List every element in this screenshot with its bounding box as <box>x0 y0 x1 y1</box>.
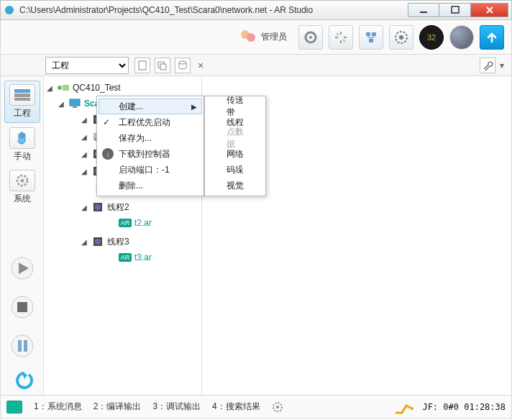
submenu-pointdata: 点数据 <box>206 130 264 146</box>
sub-btn-2[interactable] <box>155 58 170 73</box>
ar-file-icon: AR <box>119 252 132 263</box>
pause-button[interactable] <box>8 332 37 360</box>
menu-create[interactable]: 创建...▶ <box>99 99 202 114</box>
svg-rect-36 <box>63 85 69 91</box>
sub-toolbar: 工程 × ▾ <box>0 55 512 76</box>
svg-point-49 <box>95 204 101 210</box>
admin-indicator[interactable]: 管理员 <box>238 27 287 47</box>
download-icon: ↓ <box>102 148 114 160</box>
tools-button[interactable] <box>480 58 495 73</box>
menu-download[interactable]: ↓下载到控制器 <box>99 146 202 162</box>
cube-icon <box>91 236 104 247</box>
network-icon <box>364 30 378 45</box>
minimize-button[interactable] <box>408 3 439 17</box>
play-button[interactable] <box>8 254 37 283</box>
db-icon <box>178 60 188 70</box>
project-icon <box>9 84 35 106</box>
svg-point-6 <box>309 36 312 39</box>
dropdown-arrow-icon[interactable]: ▾ <box>500 60 504 70</box>
menu-delete[interactable]: 删除... <box>99 178 202 193</box>
settings-gear-button[interactable] <box>298 25 323 50</box>
status-tab-3[interactable]: 3：调试输出 <box>152 401 201 413</box>
tree-thread3[interactable]: 线程3 <box>107 236 129 248</box>
svg-point-53 <box>276 406 279 408</box>
expand-icon[interactable]: ◢ <box>80 203 88 211</box>
loading-button[interactable] <box>329 25 353 50</box>
expand-icon[interactable]: ◢ <box>80 150 88 158</box>
svg-line-11 <box>337 33 339 35</box>
expand-icon[interactable]: ◢ <box>80 167 88 175</box>
svg-rect-24 <box>14 98 30 101</box>
gear-icon <box>9 170 35 191</box>
status-tab-1[interactable]: 1：系统消息 <box>34 401 82 413</box>
status-bar: 1：系统消息 2：编译输出 3：调试输出 4：搜索结果 JF: 0#0 01:2… <box>0 396 512 419</box>
svg-rect-14 <box>372 32 376 36</box>
back-button[interactable] <box>8 370 37 391</box>
expand-icon[interactable]: ◢ <box>45 83 54 92</box>
sub-btn-3[interactable] <box>175 58 191 73</box>
sidebar-item-system[interactable]: 系统 <box>4 167 40 208</box>
project-node-icon <box>57 82 70 93</box>
submenu-pallet[interactable]: 码垛 <box>206 162 264 178</box>
svg-rect-32 <box>18 340 22 352</box>
svg-rect-38 <box>73 106 77 108</box>
counter-value: 32 <box>427 33 436 42</box>
sub-btn-1[interactable] <box>134 58 150 73</box>
counter-button[interactable]: 32 <box>419 25 444 50</box>
svg-point-51 <box>95 239 101 245</box>
upload-button[interactable] <box>480 25 504 50</box>
svg-rect-20 <box>160 64 166 70</box>
cube-icon <box>91 201 104 213</box>
svg-rect-2 <box>452 6 459 13</box>
svg-rect-22 <box>14 89 30 93</box>
stop-button[interactable] <box>8 293 37 321</box>
orb-button[interactable] <box>449 25 474 50</box>
sidebar-label: 工程 <box>14 107 31 119</box>
check-icon: ✓ <box>103 117 110 127</box>
users-icon <box>238 27 258 47</box>
stack-icon <box>157 60 168 70</box>
status-tab-4[interactable]: 4：搜索结果 <box>212 401 260 413</box>
tree-file[interactable]: t2.ar <box>134 218 152 228</box>
status-gear-icon[interactable] <box>272 401 283 413</box>
view-combo[interactable]: 工程 <box>45 57 129 74</box>
expand-icon[interactable]: ◢ <box>80 132 88 141</box>
menu-port[interactable]: 启动端口：-1 <box>99 162 202 178</box>
maximize-button[interactable] <box>439 3 471 17</box>
svg-rect-23 <box>14 93 30 97</box>
status-tab-2[interactable]: 2：编译输出 <box>93 401 142 413</box>
tree-thread2[interactable]: 线程2 <box>107 201 129 214</box>
menu-save-as[interactable]: 保存为... <box>99 130 202 146</box>
expand-icon[interactable]: ◢ <box>80 115 88 124</box>
tree-root[interactable]: QC410_Test <box>73 83 121 93</box>
hand-icon <box>9 127 35 149</box>
submenu-conveyor[interactable]: 传送带 <box>206 99 264 114</box>
expand-icon[interactable]: ◢ <box>57 99 65 108</box>
network-button[interactable] <box>359 25 383 50</box>
admin-label: 管理员 <box>261 31 287 43</box>
expand-icon[interactable]: ◢ <box>80 237 88 246</box>
sub-close-button[interactable]: × <box>198 60 204 71</box>
submenu-network[interactable]: 网络 <box>206 146 264 162</box>
submenu-vision[interactable]: 视觉 <box>206 178 264 193</box>
status-jf: JF: 0#0 01:28:38 <box>422 402 506 412</box>
svg-point-21 <box>179 61 186 64</box>
svg-point-31 <box>12 335 33 357</box>
app-icon <box>4 4 15 16</box>
monitor-icon[interactable] <box>6 401 22 414</box>
robot-arm-icon <box>395 400 415 414</box>
ar-file-icon: AR <box>119 217 132 229</box>
config-gear-button[interactable] <box>389 25 413 50</box>
svg-point-4 <box>247 33 255 42</box>
close-button[interactable] <box>471 3 508 17</box>
menu-priority-boot[interactable]: ✓工程优先启动 <box>99 114 202 130</box>
monitor-icon <box>68 98 81 109</box>
sidebar-item-manual[interactable]: 手动 <box>4 124 40 165</box>
svg-rect-18 <box>139 61 146 70</box>
svg-point-17 <box>399 35 403 40</box>
view-select[interactable]: 工程 <box>45 57 129 74</box>
svg-point-35 <box>58 86 62 90</box>
sidebar-item-project[interactable]: 工程 <box>4 81 40 123</box>
tree-file[interactable]: t3.ar <box>134 252 152 262</box>
submenu-arrow-icon: ▶ <box>191 103 197 111</box>
